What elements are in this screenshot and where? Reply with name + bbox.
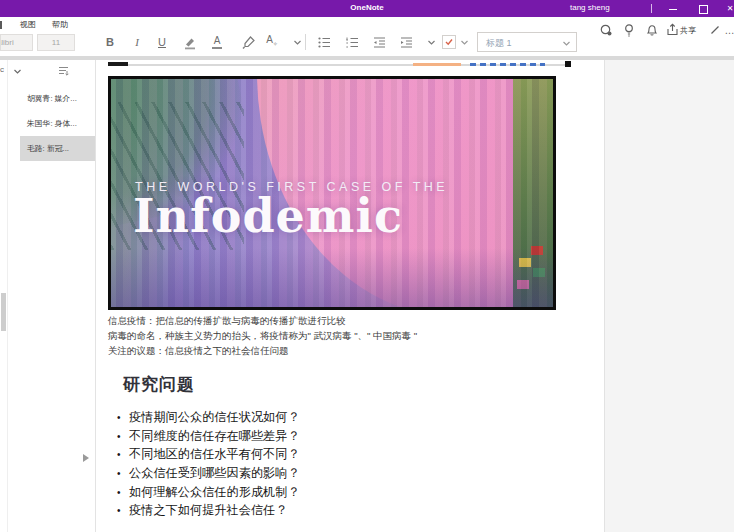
clipped-notebook-label: c [0, 65, 7, 74]
question-item[interactable]: • 不同维度的信任存在哪些差异？ [117, 427, 537, 446]
font-color-icon: A [212, 36, 222, 49]
sidebar-page-item-selected[interactable]: 毛路: 新冠... [20, 136, 95, 161]
formatting-more-chevron[interactable] [287, 32, 307, 52]
more-options-button[interactable]: … [722, 22, 734, 38]
font-size-box[interactable]: 11 [37, 34, 75, 51]
share-icon [666, 23, 679, 36]
highlighter-button[interactable] [179, 32, 199, 52]
bold-button[interactable]: B [100, 32, 120, 52]
note-line[interactable]: 关注的议题：信息疫情之下的社会信任问题 [108, 345, 578, 358]
notebook-chevron-icon[interactable] [13, 67, 22, 76]
pages-sidebar: c 胡翼青: 媒介... 朱国华: 身体... 毛路: 新冠... [0, 60, 95, 532]
format-painter-icon [241, 35, 256, 50]
clipped-menu-item [0, 21, 2, 29]
font-name-value: Calibri [0, 38, 14, 47]
bullet-marker: • [117, 468, 129, 479]
diagonal-arrow-icon [709, 24, 721, 36]
bullet-marker: • [117, 505, 129, 516]
font-color-button[interactable]: A [207, 32, 227, 52]
main-area: c 胡翼青: 媒介... 朱国华: 身体... 毛路: 新冠... [0, 60, 734, 532]
decrease-indent-button[interactable] [369, 32, 389, 52]
menu-view[interactable]: 视图 [20, 19, 36, 30]
clipped-link-segment [470, 63, 545, 66]
question-item[interactable]: • 公众信任受到哪些因素的影响？ [117, 464, 537, 483]
clear-formatting-icon: A✧ [266, 35, 278, 49]
ideas-button[interactable] [621, 22, 637, 38]
increase-indent-icon [399, 35, 414, 50]
share-button[interactable]: 共享 [666, 22, 702, 38]
page-canvas[interactable]: THE WORLD'S FIRST CASE OF THE Infodemic … [96, 60, 604, 532]
question-item[interactable]: • 疫情期间公众的信任状况如何？ [117, 408, 537, 427]
section-heading[interactable]: 研究问题 [123, 373, 195, 396]
restore-button[interactable] [692, 0, 714, 17]
lightbulb-icon [622, 23, 636, 37]
sync-status-button[interactable] [598, 22, 614, 38]
sidebar-page-item[interactable]: 胡翼青: 媒介... [8, 86, 95, 111]
style-dropdown[interactable]: 标题 1 [477, 32, 577, 52]
toolbar-separator [305, 34, 306, 50]
question-text: 不同地区的信任水平有何不同？ [129, 446, 300, 463]
expand-pane-arrow[interactable] [83, 454, 89, 462]
bullet-marker: • [117, 431, 129, 442]
question-text: 疫情之下如何提升社会信任？ [129, 502, 287, 519]
sort-pages-icon[interactable] [56, 64, 70, 78]
image-bottom-shade [111, 248, 553, 307]
todo-tag-button[interactable] [440, 32, 472, 52]
question-text: 公众信任受到哪些因素的影响？ [129, 465, 300, 482]
infodemic-image[interactable]: THE WORLD'S FIRST CASE OF THE Infodemic [108, 76, 556, 310]
italic-button[interactable]: I [127, 32, 147, 52]
question-text: 如何理解公众信任的形成机制？ [129, 484, 300, 501]
full-screen-button[interactable] [707, 22, 723, 38]
bullet-marker: • [117, 412, 129, 423]
bullet-marker: • [117, 487, 129, 498]
underline-button[interactable]: U [152, 32, 172, 52]
font-name-box[interactable]: Calibri [0, 34, 33, 51]
question-list: • 疫情期间公众的信任状况如何？ • 不同维度的信任存在哪些差异？ • 不同地区… [117, 408, 537, 520]
chevron-down-icon [460, 38, 469, 47]
minimize-button[interactable] [662, 0, 684, 17]
share-label: 共享 [680, 25, 696, 36]
highlighter-icon [182, 35, 197, 50]
app-title: OneNote [350, 3, 383, 12]
numbered-list-icon [345, 35, 360, 50]
chevron-down-icon [427, 38, 436, 47]
question-item[interactable]: • 不同地区的信任水平有何不同？ [117, 445, 537, 464]
format-painter-button[interactable] [238, 32, 258, 52]
signed-in-user[interactable]: tang sheng [570, 3, 610, 12]
increase-indent-button[interactable] [396, 32, 416, 52]
style-name: 标题 1 [486, 37, 512, 50]
sidebar-scrollbar-thumb[interactable] [1, 293, 6, 331]
notifications-button[interactable] [644, 22, 660, 38]
sync-status-icon [599, 23, 613, 37]
clipped-line-thumb[interactable] [108, 62, 128, 66]
lists-more-chevron[interactable] [421, 32, 441, 52]
numbered-list-button[interactable] [342, 32, 362, 52]
decrease-indent-icon [372, 35, 387, 50]
titlebar-divider [651, 4, 652, 13]
question-text: 不同维度的信任存在哪些差异？ [129, 428, 300, 445]
todo-checkbox-icon [442, 35, 456, 49]
chevron-down-icon [293, 38, 302, 47]
onenote-window: OneNote tang sheng ✕ 视图 帮助 Calibri 11 B … [0, 0, 734, 532]
note-line[interactable]: 信息疫情：把信息的传播扩散与病毒的传播扩散进行比较 [108, 315, 578, 328]
chevron-down-icon [562, 39, 571, 48]
menu-help[interactable]: 帮助 [52, 19, 68, 30]
note-line[interactable]: 病毒的命名，种族主义势力的抬头，将疫情称为" 武汉病毒 "、" 中国病毒 " [108, 330, 578, 343]
bullet-list-button[interactable] [314, 32, 334, 52]
question-text: 疫情期间公众的信任状况如何？ [129, 409, 300, 426]
question-item[interactable]: • 疫情之下如何提升社会信任？ [117, 501, 537, 520]
clipped-line-cap [565, 61, 571, 67]
bullet-marker: • [117, 449, 129, 460]
sidebar-page-item[interactable]: 朱国华: 身体... [8, 111, 95, 136]
image-title-text: Infodemic [133, 189, 403, 243]
clipped-highlight-segment [413, 63, 461, 66]
titlebar: OneNote tang sheng ✕ [0, 0, 734, 17]
close-button[interactable]: ✕ [719, 0, 734, 17]
bell-icon [645, 23, 659, 37]
right-background-panel [604, 60, 734, 532]
bullet-list-icon [317, 35, 332, 50]
titlebar-actions: 共享 … [590, 22, 734, 38]
clear-formatting-button[interactable]: A✧ [262, 32, 282, 52]
question-item[interactable]: • 如何理解公众信任的形成机制？ [117, 483, 537, 502]
